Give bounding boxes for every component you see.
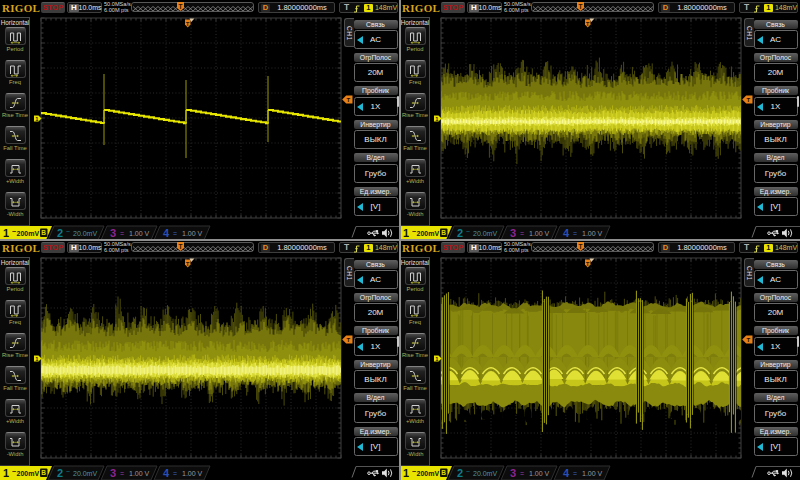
svg-text:1.00 V: 1.00 V — [182, 230, 203, 237]
svg-text:=: = — [573, 230, 577, 237]
svg-text:200mV: 200mV — [17, 470, 40, 477]
svg-text:B: B — [441, 229, 446, 236]
svg-text:T: T — [579, 243, 583, 250]
svg-text:3: 3 — [110, 227, 116, 239]
svg-text:=: = — [520, 230, 524, 237]
svg-text:1.00 V: 1.00 V — [129, 230, 150, 237]
svg-text:4: 4 — [163, 467, 170, 479]
svg-text:20.0mV: 20.0mV — [73, 470, 97, 477]
svg-text:3: 3 — [510, 467, 516, 479]
svg-text:1: 1 — [3, 467, 9, 479]
svg-text:T: T — [579, 3, 583, 10]
svg-text:1.00 V: 1.00 V — [129, 470, 150, 477]
svg-text:~: ~ — [412, 228, 416, 235]
svg-text:T: T — [747, 337, 751, 343]
svg-text:2: 2 — [457, 227, 463, 239]
svg-text:=: = — [120, 230, 124, 237]
svg-text:2: 2 — [57, 227, 63, 239]
svg-text:20.0mV: 20.0mV — [473, 230, 497, 237]
svg-text:~: ~ — [66, 228, 70, 235]
svg-text:1.00 V: 1.00 V — [182, 470, 203, 477]
svg-text:1: 1 — [403, 467, 409, 479]
svg-text:B: B — [441, 469, 446, 476]
svg-text:4: 4 — [563, 227, 570, 239]
svg-text:~: ~ — [466, 468, 470, 475]
svg-text:=: = — [173, 230, 177, 237]
svg-text:T: T — [186, 21, 190, 27]
svg-text:1: 1 — [403, 227, 409, 239]
svg-text:T: T — [179, 3, 183, 10]
svg-text:=: = — [120, 470, 124, 477]
svg-text:~: ~ — [412, 468, 416, 475]
svg-text:4: 4 — [563, 467, 570, 479]
svg-text:~: ~ — [466, 228, 470, 235]
svg-text:T: T — [186, 261, 190, 267]
svg-text:~: ~ — [66, 468, 70, 475]
svg-text:T: T — [179, 243, 183, 250]
svg-text:T: T — [347, 337, 351, 343]
svg-text:200mV: 200mV — [17, 230, 40, 237]
svg-text:4: 4 — [163, 227, 170, 239]
svg-text:~: ~ — [12, 468, 16, 475]
svg-text:3: 3 — [110, 467, 116, 479]
svg-text:B: B — [41, 469, 46, 476]
svg-text:200mV: 200mV — [417, 230, 440, 237]
svg-text:2: 2 — [457, 467, 463, 479]
svg-text:T: T — [586, 21, 590, 27]
svg-text:=: = — [520, 470, 524, 477]
svg-text:T: T — [747, 97, 751, 103]
svg-text:~: ~ — [12, 228, 16, 235]
svg-text:=: = — [573, 470, 577, 477]
svg-text:20.0mV: 20.0mV — [473, 470, 497, 477]
svg-text:3: 3 — [510, 227, 516, 239]
svg-text:1.00 V: 1.00 V — [582, 230, 603, 237]
svg-text:2: 2 — [57, 467, 63, 479]
svg-text:=: = — [173, 470, 177, 477]
svg-text:200mV: 200mV — [417, 470, 440, 477]
svg-text:T: T — [347, 97, 351, 103]
svg-text:1: 1 — [3, 227, 9, 239]
svg-text:20.0mV: 20.0mV — [73, 230, 97, 237]
svg-text:T: T — [586, 261, 590, 267]
svg-text:1.00 V: 1.00 V — [582, 470, 603, 477]
svg-text:B: B — [41, 229, 46, 236]
svg-text:1.00 V: 1.00 V — [529, 230, 550, 237]
svg-text:1.00 V: 1.00 V — [529, 470, 550, 477]
